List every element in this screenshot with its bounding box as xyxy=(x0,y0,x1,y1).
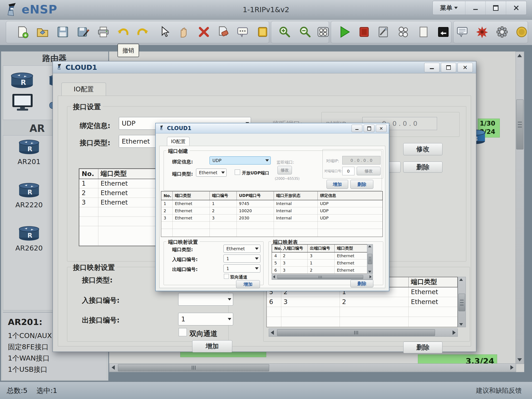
table-row[interactable]: 423Ethernet xyxy=(272,252,367,260)
zoom-in-button[interactable] xyxy=(278,25,292,39)
device-label: AR2220 xyxy=(8,201,51,209)
maximize-button[interactable] xyxy=(486,1,506,15)
text-tool-button[interactable] xyxy=(235,25,250,39)
table-row[interactable]: 531Ethernet xyxy=(272,260,367,267)
add-port-button[interactable]: 增加 xyxy=(327,180,348,189)
dialog-minimize-button[interactable] xyxy=(352,125,362,132)
scroll-left-icon[interactable] xyxy=(112,365,115,370)
map-table-vscrollbar[interactable] xyxy=(367,244,373,274)
note-tool-button[interactable] xyxy=(255,25,270,39)
save-topology-button[interactable] xyxy=(56,25,70,39)
delete-port-button[interactable]: 删除 xyxy=(403,162,443,173)
print-button[interactable] xyxy=(96,25,110,39)
map-delete-button[interactable]: 删除 xyxy=(403,342,443,353)
canvas-vscrollbar[interactable] xyxy=(516,51,524,364)
device-item-ar2220[interactable]: R AR2220 xyxy=(8,183,51,209)
packet-alarm-button[interactable] xyxy=(475,25,489,39)
map-in-combo[interactable]: 1 xyxy=(223,254,260,263)
show-ports-button[interactable] xyxy=(396,25,411,39)
hscroll-thumb[interactable] xyxy=(118,364,269,371)
peer-port-field[interactable]: 0 xyxy=(342,167,355,175)
scroll-right-icon[interactable] xyxy=(510,365,513,370)
table-row[interactable]: 1Ethernet19745InternalUDP xyxy=(161,200,383,207)
listen-modify-button[interactable]: 修改 xyxy=(278,166,292,174)
close-button[interactable] xyxy=(506,1,526,15)
map-table[interactable]: No. 入端口编号 出端口编号 端口类型 423Ethernet 531Ethe… xyxy=(272,244,367,274)
tab-io-config[interactable]: IO配置 xyxy=(61,82,106,96)
map-out-combo[interactable]: 1 xyxy=(178,313,233,325)
dialog-maximize-button[interactable] xyxy=(364,125,374,132)
dialog-minimize-button[interactable] xyxy=(424,63,439,72)
dialog-title-bar[interactable]: CLOUD1 ✕ xyxy=(53,61,476,73)
menu-button[interactable]: 菜单 xyxy=(433,1,465,15)
table-row[interactable]: 3Ethernet32030InternalUDP xyxy=(161,215,383,222)
delete-port-button[interactable]: 删除 xyxy=(350,180,373,189)
modify-button[interactable]: 修改 xyxy=(403,143,443,155)
pan-tool-button[interactable] xyxy=(177,25,191,39)
new-canvas-button[interactable] xyxy=(416,25,431,39)
map-in-combo[interactable] xyxy=(178,293,233,306)
router-icon[interactable]: R xyxy=(10,72,34,90)
dialog-title-bar[interactable]: CLOUD1 ✕ xyxy=(156,123,389,133)
settings-gear-icon[interactable] xyxy=(495,25,509,39)
map-table-hscrollbar[interactable] xyxy=(272,274,373,280)
map-out-combo[interactable]: 1 xyxy=(223,264,260,272)
map-type-combo[interactable]: Ethernet xyxy=(223,245,260,253)
peer-ip-field[interactable]: 0 . 0 . 0 . 0 xyxy=(342,156,380,165)
device-item-ar201[interactable]: R AR201 xyxy=(8,139,51,166)
console-button[interactable] xyxy=(436,25,450,39)
column-header: No. xyxy=(161,191,173,200)
map-table-hscrollbar[interactable] xyxy=(269,329,458,337)
scroll-up-icon[interactable] xyxy=(517,54,522,57)
save-as-button[interactable] xyxy=(76,25,90,39)
tab-io-config[interactable]: IO配置 xyxy=(167,137,190,146)
dialog-close-button[interactable]: ✕ xyxy=(376,125,387,132)
device-label: AR201 xyxy=(8,158,51,166)
bind-info-combo[interactable]: UDP xyxy=(209,156,271,165)
scroll-down-icon[interactable] xyxy=(517,358,522,361)
map-add-button[interactable]: 增加 xyxy=(236,280,260,288)
redo-button[interactable] xyxy=(136,25,150,39)
map-table-vscrollbar[interactable] xyxy=(458,277,466,327)
select-tool-button[interactable] xyxy=(157,25,171,39)
eraser-tool-button[interactable] xyxy=(216,25,230,39)
terminal-icon[interactable] xyxy=(11,93,34,113)
dialog-close-button[interactable]: ✕ xyxy=(457,63,473,72)
feedback-message-button[interactable] xyxy=(455,25,469,39)
column-header: 端口类型 xyxy=(409,277,457,287)
column-header: 绑定信息 xyxy=(318,191,383,200)
map-add-button[interactable]: 增加 xyxy=(192,340,232,352)
table-row[interactable]: 2Ethernet210020InternalUDP xyxy=(161,207,383,215)
bidirectional-checkbox[interactable] xyxy=(179,328,187,336)
vscroll-thumb[interactable] xyxy=(516,100,523,149)
table-row[interactable]: 632Ethernet xyxy=(267,297,457,307)
minimize-button[interactable] xyxy=(465,1,486,15)
bidirectional-checkbox[interactable] xyxy=(224,274,229,279)
delete-tool-button[interactable] xyxy=(197,25,211,39)
port-table[interactable]: No. 端口类型 端口编号 UDP端口号 端口开放状态 绑定信息 1Ethern… xyxy=(161,191,383,237)
window-controls: 菜单 xyxy=(432,1,527,15)
peer-modify-button[interactable]: 修改 xyxy=(357,167,380,175)
packet-capture-button[interactable] xyxy=(376,25,390,39)
listen-port-label: 监听端口: xyxy=(277,159,294,165)
new-topology-button[interactable] xyxy=(15,25,30,39)
start-device-button[interactable] xyxy=(338,25,352,39)
dialog-maximize-button[interactable] xyxy=(441,63,456,72)
stop-device-button[interactable] xyxy=(357,25,371,39)
about-help-button[interactable] xyxy=(514,25,529,39)
show-grid-button[interactable] xyxy=(316,25,330,39)
undo-button[interactable] xyxy=(116,25,130,39)
canvas-hscrollbar[interactable] xyxy=(109,363,516,372)
dialog-title: CLOUD1 xyxy=(65,63,97,71)
zoom-out-button[interactable] xyxy=(298,25,312,39)
map-type-label: 端口类型: xyxy=(172,247,193,253)
column-header: 入端口编号 xyxy=(281,245,308,252)
open-topology-button[interactable] xyxy=(35,25,50,39)
device-item-ar2620[interactable]: R AR2620 xyxy=(8,226,51,252)
table-row[interactable]: 632Ethernet xyxy=(272,267,367,274)
column-header: 端口编号 xyxy=(210,191,237,200)
open-udp-checkbox[interactable] xyxy=(235,170,240,175)
map-delete-button[interactable]: 删除 xyxy=(350,280,373,287)
feedback-link[interactable]: 建议和缺陷反馈 xyxy=(476,386,522,395)
port-type-combo[interactable]: Ethernet xyxy=(196,169,227,177)
